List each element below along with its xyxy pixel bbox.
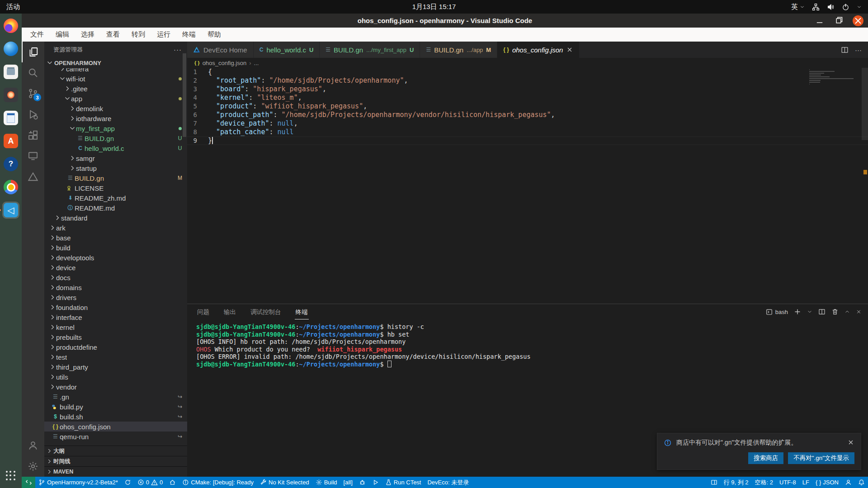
activity-search[interactable] — [22, 62, 44, 83]
status-cmake-kit[interactable]: No Kit Selected — [257, 479, 312, 486]
workspace-section-header[interactable]: OPENHARMONY — [44, 57, 187, 68]
status-sync[interactable] — [121, 479, 134, 486]
dock-item-ubuntu-software[interactable]: A — [2, 132, 19, 150]
panel-tab-调试控制台[interactable]: 调试控制台 — [250, 305, 282, 319]
tree-item-vendor[interactable]: vendor — [44, 382, 187, 392]
tree-item-.gn[interactable]: ☰.gn↪ — [44, 392, 187, 402]
tab-BUILD-gn[interactable]: ☰BUILD.gn.../appM — [420, 42, 497, 58]
tree-item-foundation[interactable]: foundation — [44, 302, 187, 312]
breadcrumb-symbol[interactable]: ... — [254, 60, 259, 66]
tab-DevEco-Home[interactable]: DevEco Home — [187, 42, 254, 58]
menu-7[interactable]: 帮助 — [202, 28, 227, 41]
more-actions-icon[interactable]: ··· — [174, 46, 182, 53]
show-applications-button[interactable] — [2, 467, 19, 484]
dock-item-firefox[interactable] — [2, 17, 19, 34]
tree-item-hello_world.c[interactable]: Chello_world.cU — [44, 143, 187, 153]
status-problems[interactable]: 00 — [134, 479, 166, 486]
status-ctest[interactable]: Run CTest — [382, 479, 425, 486]
tree-item-base[interactable]: base — [44, 233, 187, 243]
panel-tab-输出[interactable]: 输出 — [223, 305, 237, 319]
dock-item-chrome[interactable] — [2, 178, 19, 196]
tree-item-developtools[interactable]: developtools — [44, 253, 187, 263]
code-line-7[interactable]: 7 "device_path": null, — [187, 119, 868, 128]
status-home[interactable] — [166, 479, 179, 486]
tree-item-ohos_config.json[interactable]: { }ohos_config.json — [44, 422, 187, 432]
code-line-8[interactable]: 8 "patch_cache": null — [187, 128, 868, 136]
status-eol[interactable]: LF — [799, 479, 812, 486]
notification-close-icon[interactable] — [847, 439, 854, 446]
tree-item-build[interactable]: build — [44, 243, 187, 253]
tree-item-BUILD.gn[interactable]: ☰BUILD.gnU — [44, 133, 187, 143]
tree-item-.gitee[interactable]: .gitee — [44, 84, 187, 94]
dock-item-files[interactable] — [2, 63, 19, 80]
tree-item-ark[interactable]: ark — [44, 223, 187, 233]
tree-item-docs[interactable]: docs — [44, 272, 187, 282]
tree-item-domains[interactable]: domains — [44, 282, 187, 292]
tree-item-prebuilts[interactable]: prebuilts — [44, 332, 187, 342]
code-line-1[interactable]: 1{ — [187, 68, 868, 76]
restore-button[interactable] — [834, 16, 844, 26]
activity-source-control[interactable]: 3 — [22, 83, 44, 104]
sidebar-scrollbar[interactable] — [183, 53, 186, 137]
tree-item-LICENSE[interactable]: LICENSE — [44, 183, 187, 193]
status-cmake-build[interactable]: Build — [312, 479, 340, 486]
network-icon[interactable] — [812, 3, 820, 11]
title-bar[interactable]: ohos_config.json - openharmony - Visual … — [22, 14, 868, 28]
section-timeline[interactable]: 时间线 — [44, 456, 187, 466]
power-icon[interactable] — [842, 3, 849, 11]
status-cmake-status[interactable]: CMake: [Debug]: Ready — [179, 479, 257, 486]
tab-ohos_config-json[interactable]: { }ohos_config.json — [497, 42, 580, 58]
tree-item-drivers[interactable]: drivers — [44, 292, 187, 302]
tree-item-utils[interactable]: utils — [44, 372, 187, 382]
status-cmake-target[interactable]: [all] — [340, 479, 356, 486]
activity-deveco-device-tool[interactable] — [22, 166, 44, 187]
section-maven[interactable]: MAVEN — [44, 466, 187, 477]
split-terminal-icon[interactable] — [818, 308, 826, 315]
close-panel-icon[interactable] — [856, 308, 862, 315]
tree-item-device[interactable]: device — [44, 263, 187, 272]
panel-tab-问题[interactable]: 问题 — [196, 305, 210, 319]
activity-accounts[interactable] — [22, 435, 44, 456]
menu-6[interactable]: 终端 — [176, 28, 202, 41]
section-outline[interactable]: 大纲 — [44, 446, 187, 456]
tree-item-productdefine[interactable]: productdefine — [44, 342, 187, 352]
code-line-9[interactable]: 9} — [187, 136, 868, 145]
activity-settings[interactable] — [22, 456, 44, 477]
dock-item-app-blue[interactable] — [2, 40, 19, 57]
editor-scrollbar[interactable] — [862, 68, 868, 140]
code-line-4[interactable]: 4 "kernel": "liteos_m", — [187, 94, 868, 102]
split-editor-icon[interactable] — [841, 46, 849, 54]
status-deveco-login[interactable]: DevEco: 未登录 — [424, 479, 472, 487]
code-editor[interactable]: 1{2 "root_path": "/home/sjdb/Projects/op… — [187, 68, 868, 304]
tree-item-kernel[interactable]: kernel — [44, 322, 187, 332]
status-git-branch[interactable]: OpenHarmony-v2.2-Beta2* — [35, 479, 121, 486]
tree-item-standard[interactable]: standard — [44, 213, 187, 223]
menu-0[interactable]: 文件 — [24, 28, 50, 41]
code-line-2[interactable]: 2 "root_path": "/home/sjdb/Projects/open… — [187, 76, 868, 85]
breadcrumb-file[interactable]: ohos_config.json — [203, 60, 247, 66]
code-line-5[interactable]: 5 "product": "wifiiot_hispark_pegasus", — [187, 102, 868, 111]
tree-item-interface[interactable]: interface — [44, 312, 187, 322]
status-debug[interactable] — [356, 479, 369, 486]
tree-item-my_first_app[interactable]: my_first_app — [44, 123, 187, 133]
status-language-mode[interactable]: { }JSON — [812, 479, 842, 486]
tree-item-startup[interactable]: startup — [44, 163, 187, 173]
dock-item-help[interactable]: ? — [2, 155, 19, 173]
tree-item-wifi-iot[interactable]: wifi-iot — [44, 74, 187, 84]
dock-item-vscode[interactable]: ◁ — [2, 202, 19, 219]
new-terminal-icon[interactable] — [794, 308, 801, 315]
more-actions-icon[interactable]: ··· — [855, 46, 862, 54]
volume-icon[interactable] — [827, 3, 835, 11]
tree-item-README.md[interactable]: ⓘREADME.md — [44, 203, 187, 213]
activity-remote-explorer[interactable] — [22, 145, 44, 166]
minimap[interactable] — [809, 69, 860, 85]
search-marketplace-button[interactable]: 搜索商店 — [748, 452, 783, 464]
status-feedback[interactable] — [842, 479, 855, 486]
minimize-button[interactable] — [815, 16, 825, 26]
tree-item-build.sh[interactable]: $build.sh↪ — [44, 412, 187, 422]
tree-item-qemu-run[interactable]: ☰qemu-run↪ — [44, 432, 187, 441]
tab-BUILD-gn[interactable]: ☰BUILD.gn.../my_first_appU — [320, 42, 420, 58]
close-button[interactable] — [853, 15, 863, 26]
activity-explorer[interactable] — [22, 42, 44, 62]
menu-5[interactable]: 运行 — [151, 28, 176, 41]
